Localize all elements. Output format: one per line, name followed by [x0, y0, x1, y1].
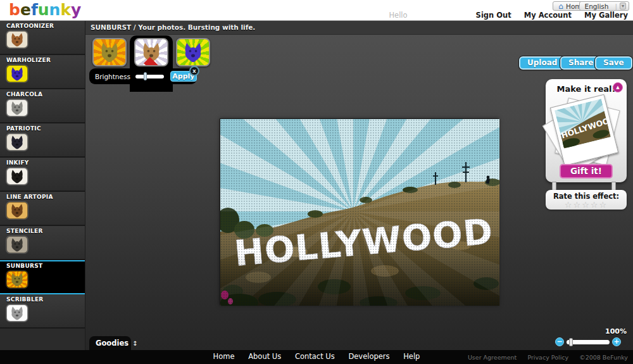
footer-link-about[interactable]: About Us	[248, 352, 281, 361]
goodies-label: Goodies	[96, 339, 128, 348]
brightness-panel: Brightness Apply	[89, 68, 197, 84]
language-dropdown[interactable]: English | ▾	[579, 1, 629, 11]
privacy-policy-link[interactable]: Privacy Policy	[527, 354, 568, 361]
zoom-slider-handle[interactable]	[569, 338, 573, 346]
close-icon[interactable]: x	[189, 66, 199, 76]
star-icon[interactable]: ☆	[599, 200, 608, 210]
footer-link-contact[interactable]: Contact Us	[295, 352, 335, 361]
my-gallery-link[interactable]: My Gallery	[584, 11, 628, 20]
effect-thumbnail	[6, 65, 28, 82]
brightness-slider-handle[interactable]	[144, 72, 147, 80]
dog-thumbnail-image	[9, 32, 25, 47]
dog-thumbnail-image	[9, 237, 25, 252]
upload-button[interactable]: Upload	[519, 56, 565, 70]
effect-thumbnail	[6, 99, 28, 116]
sidebar-item-charcola[interactable]: CHARCOLA	[0, 89, 85, 123]
star-icon[interactable]: ☆	[565, 200, 573, 210]
home-icon: ⌂	[558, 3, 563, 9]
footer: Home About Us Contact Us Developers Help…	[0, 350, 633, 364]
effect-label: SUNBURST	[6, 263, 85, 269]
edited-photo[interactable]: HOLLYWOOD	[220, 118, 499, 305]
effect-thumbnail	[6, 304, 28, 322]
sidebar-item-cartoonizer[interactable]: CARTOONIZER	[0, 21, 85, 55]
effect-label: PATRIOTIC	[6, 125, 85, 132]
effect-label: SCRIBBLER	[6, 296, 85, 303]
logo-letter: u	[38, 1, 49, 19]
copyright-text: ©2008 BeFunky	[579, 354, 628, 361]
effect-thumbnail	[6, 134, 28, 151]
effect-thumbnail	[6, 168, 28, 185]
befunky-logo[interactable]: befunky	[9, 1, 81, 19]
save-button[interactable]: Save	[595, 56, 632, 70]
befunky-app: befunky ⌂ Home English | ▾ Hello Sign Ou…	[0, 0, 633, 364]
star-rating: ☆☆☆☆☆	[546, 201, 627, 208]
dog-thumbnail-image	[9, 169, 25, 184]
up-down-arrows-icon: ↕	[132, 340, 137, 347]
divider: |	[615, 3, 617, 10]
dog-thumbnail-image	[9, 66, 25, 81]
effect-thumbnail	[6, 271, 28, 288]
panel-connector	[552, 182, 556, 191]
logo-letter: e	[20, 1, 31, 19]
sidebar-item-patriotic[interactable]: PATRIOTIC	[0, 123, 85, 158]
effect-label: INKIFY	[6, 160, 85, 166]
effect-label: STENCILER	[6, 228, 85, 234]
zoom-in-button[interactable]: +	[612, 337, 621, 346]
sidebar-item-sunburst[interactable]: SUNBURST	[0, 260, 85, 294]
effects-sidebar: CARTOONIZER WARHOLIZER CHARCOLA PATRIOTI…	[0, 21, 85, 350]
dog-thumbnail-image	[9, 101, 25, 115]
account-links: Hello Sign Out My Account My Gallery	[379, 11, 628, 20]
make-it-real-panel: Make it real! ▲ HOLLYWOOD Gift it!	[546, 79, 627, 182]
gift-it-button[interactable]: Gift it!	[560, 164, 613, 179]
my-account-link[interactable]: My Account	[524, 11, 572, 20]
effect-label: CARTOONIZER	[6, 23, 85, 29]
effect-label: WARHOLIZER	[6, 57, 85, 63]
effect-label: CHARCOLA	[6, 91, 85, 97]
greeting-text: Hello	[389, 11, 407, 20]
sidebar-item-warholizer[interactable]: WARHOLIZER	[0, 55, 85, 89]
sign-out-link[interactable]: Sign Out	[476, 11, 511, 20]
sidebar-item-line-artopia[interactable]: LINE ARTOPIA	[0, 192, 85, 226]
zoom-slider[interactable]	[567, 340, 610, 344]
collapse-arrow-icon[interactable]: ▲	[613, 82, 623, 92]
sidebar-item-scribbler[interactable]: SCRIBBLER	[0, 294, 85, 329]
sidebar-item-inkify[interactable]: INKIFY	[0, 158, 85, 192]
chevron-down-icon: ▾	[620, 3, 626, 9]
sidebar-item-stenciler[interactable]: STENCILER	[0, 226, 85, 260]
footer-link-help[interactable]: Help	[403, 352, 420, 361]
goodies-tab[interactable]: Goodies ↕	[89, 336, 131, 350]
footer-legal: User Agreement Privacy Policy ©2008 BeFu…	[459, 354, 628, 361]
footer-link-developers[interactable]: Developers	[348, 352, 389, 361]
dog-thumbnail-image	[181, 42, 205, 63]
effect-thumbnail	[6, 202, 28, 219]
effect-preview-thumb-original[interactable]	[134, 38, 168, 66]
user-agreement-link[interactable]: User Agreement	[468, 354, 517, 361]
dog-thumbnail-image	[9, 135, 25, 149]
logo-letter: f	[31, 1, 38, 19]
logo-letter: n	[49, 1, 61, 19]
effect-thumbnail	[6, 31, 28, 48]
rate-effect-panel: Rate this effect: ☆☆☆☆☆	[546, 190, 627, 210]
logo-letter: b	[9, 1, 20, 19]
star-icon[interactable]: ☆	[591, 200, 599, 210]
effect-preview-thumb[interactable]	[176, 38, 210, 66]
language-label: English	[585, 3, 609, 10]
effect-title: SUNBURST / Your photos. Bursting with li…	[85, 21, 633, 34]
zoom-level-text: 100%	[598, 327, 627, 336]
editor-canvas: SUNBURST / Your photos. Bursting with li…	[0, 21, 633, 350]
vignette	[220, 119, 499, 306]
star-icon[interactable]: ☆	[573, 200, 582, 210]
dog-thumbnail-image	[9, 203, 25, 218]
brightness-slider[interactable]	[135, 75, 164, 78]
dog-thumbnail-image	[9, 306, 25, 320]
star-icon[interactable]: ☆	[582, 200, 591, 210]
effect-label: LINE ARTOPIA	[6, 194, 85, 200]
logo-letter: y	[71, 1, 81, 19]
footer-link-home[interactable]: Home	[213, 352, 235, 361]
effect-titlebar: SUNBURST / Your photos. Bursting with li…	[85, 21, 633, 35]
effect-preview-thumb[interactable]	[92, 38, 127, 66]
panel-connector	[611, 182, 616, 191]
zoom-control: − +	[555, 337, 622, 346]
header: befunky ⌂ Home English | ▾ Hello Sign Ou…	[0, 0, 633, 21]
zoom-out-button[interactable]: −	[555, 337, 564, 346]
